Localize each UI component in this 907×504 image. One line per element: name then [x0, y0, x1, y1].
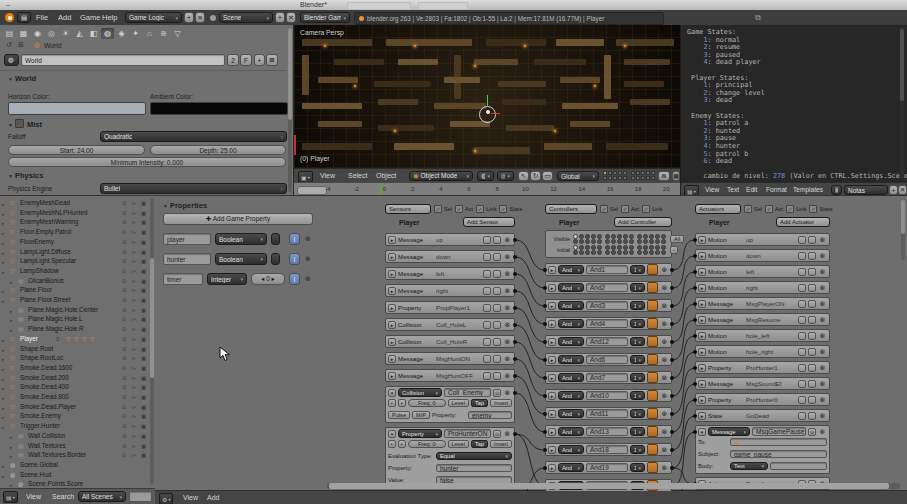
scene-dropdown[interactable]: Scene▾ [219, 12, 273, 23]
mark-state-button[interactable] [647, 336, 658, 347]
state-dot[interactable] [579, 250, 584, 255]
delete-brick-button[interactable]: ⊗ [818, 347, 827, 356]
controller-output-dot[interactable] [670, 322, 674, 326]
delete-brick-button[interactable]: ⊗ [818, 235, 827, 244]
outliner-row[interactable]: ▸▽Plane.Floor⊙▻▣ [0, 285, 148, 295]
sensor-output-dot[interactable] [513, 238, 517, 242]
layer-toggle[interactable] [651, 171, 655, 175]
controller-input-dot[interactable] [543, 358, 547, 362]
selectable-icon[interactable]: ▻ [132, 237, 136, 247]
layer-toggle[interactable] [651, 176, 655, 180]
tab-modifiers[interactable]: ◭ [73, 28, 86, 39]
new-datablock-button[interactable]: + [254, 54, 265, 66]
text-editor[interactable]: Game States: 1: normal 2: resume 3: paus… [680, 25, 907, 182]
layer-toggle[interactable] [631, 171, 635, 175]
controller-output-dot[interactable] [670, 430, 674, 434]
renderable-icon[interactable]: ▣ [141, 217, 146, 227]
renderable-icon[interactable]: ▣ [141, 334, 146, 344]
mark-state-button[interactable] [647, 444, 658, 455]
field-value[interactable]: game_pause [730, 450, 827, 458]
controllers-toggle-link[interactable]: ✓Link [642, 205, 662, 213]
controller-output-dot[interactable] [670, 394, 674, 398]
delete-brick-button[interactable]: ⊗ [503, 252, 512, 261]
sensor-output-dot[interactable] [513, 432, 517, 436]
tap-button[interactable]: Tap [471, 440, 488, 448]
window-duplicate-icon[interactable]: ⧉ [755, 13, 761, 23]
sensor-name-field[interactable]: ProHunterON [444, 429, 491, 438]
outliner-row[interactable]: ▸▤Wall.Textures⊙▻▣ [0, 441, 148, 451]
move-down-button[interactable] [808, 332, 816, 340]
trigger-negative-button[interactable]: ▪ [398, 440, 406, 448]
controller-output-dot[interactable] [670, 376, 674, 380]
controller-type-dropdown[interactable]: And▾ [558, 283, 584, 292]
move-up-button[interactable] [483, 253, 491, 261]
menu-add[interactable]: Add [58, 13, 71, 22]
snap-magnet-button[interactable]: ⋒ [658, 171, 670, 181]
visibility-icon[interactable]: ⊙ [122, 450, 127, 460]
sensor-type-dropdown[interactable]: Property▾ [398, 429, 442, 438]
renderable-icon[interactable]: ▣ [141, 198, 146, 208]
tab-object[interactable]: ◎ [45, 28, 58, 39]
sensor-output-dot[interactable] [513, 289, 517, 293]
state-dot[interactable] [573, 239, 578, 244]
layer-toggle[interactable] [646, 171, 650, 175]
editor-type-button[interactable]: ▤ [17, 12, 31, 23]
collapse-arrow-icon[interactable]: ▸ [698, 380, 706, 388]
trigger-positive-button[interactable]: ▪ [388, 440, 396, 448]
renderable-icon[interactable]: ▣ [141, 411, 146, 421]
outliner-row[interactable]: ▸▽FloorEnemy⊙▻▣ [0, 237, 148, 247]
layer-toggle[interactable] [636, 171, 640, 175]
move-down-button[interactable] [493, 236, 501, 244]
renderable-icon[interactable]: ▣ [141, 382, 146, 392]
mist-intensity-slider[interactable]: Minimum Intensity: 0.000 [8, 157, 286, 167]
all-states-button[interactable]: All [670, 235, 684, 243]
renderable-icon[interactable]: ▣ [141, 392, 146, 402]
actuator-input-dot[interactable] [693, 286, 697, 290]
selectable-icon[interactable]: ▻ [132, 382, 136, 392]
move-down-button[interactable] [493, 304, 501, 312]
outliner-row[interactable]: ▸▽Smoke.Dead.400⊙▻▣ [0, 382, 148, 392]
actuator-input-dot[interactable] [693, 238, 697, 242]
delete-brick-button[interactable]: ⊗ [818, 395, 827, 404]
renderable-icon[interactable]: ▣ [141, 421, 146, 431]
collapse-arrow-icon[interactable]: ▸ [698, 252, 706, 260]
viewport-3d[interactable]: Camera Persp (0) Player [293, 25, 681, 168]
visibility-icon[interactable]: ⊙ [122, 266, 127, 276]
controller-type-dropdown[interactable]: And▾ [558, 445, 584, 454]
state-dot[interactable] [579, 239, 584, 244]
delete-property-button[interactable]: ⊗ [303, 273, 313, 285]
outliner-row[interactable]: ▸▽Smoke.Dead.800⊙▻▣ [0, 392, 148, 402]
delete-brick-button[interactable]: ⊗ [660, 265, 669, 274]
visibility-icon[interactable]: ⊙ [122, 441, 127, 451]
logic-editor-type-button[interactable]: ⚙▾ [159, 493, 173, 504]
sensors-toggle-state[interactable]: ✓State [499, 205, 522, 213]
actuator-input-dot[interactable] [693, 366, 697, 370]
controller-input-dot[interactable] [543, 412, 547, 416]
actuators-toggle-state[interactable]: ✓State [809, 205, 832, 213]
controller-type-dropdown[interactable]: And▾ [558, 355, 584, 364]
outliner-row[interactable]: ▸▽LampLight.Specular⊙▻▣ [0, 256, 148, 266]
outliner-row[interactable]: ▸▽EnemyMeshNLPHunted⊙▻▣ [0, 208, 148, 218]
game-property-type-dropdown[interactable]: Integer▾ [207, 273, 247, 285]
renderable-icon[interactable]: ▣ [141, 227, 146, 237]
collapse-arrow-icon[interactable]: ▸ [548, 428, 556, 436]
controller-input-dot[interactable] [543, 466, 547, 470]
material-property-button[interactable]: M/P [412, 411, 430, 419]
sensor-output-dot[interactable] [513, 306, 517, 310]
state-dot[interactable] [629, 239, 634, 244]
scale-manipulator-button[interactable]: ▭ [542, 171, 553, 181]
renderable-icon[interactable]: ▣ [141, 237, 146, 247]
physics-engine-dropdown[interactable]: Bullet↕ [100, 183, 287, 194]
text-menu-edit[interactable]: Edit [746, 186, 757, 193]
outliner-row[interactable]: ▸▽Smoke.Dead.Player⊙▻▣ [0, 402, 148, 412]
debug-toggle[interactable] [271, 253, 280, 265]
collapse-arrow-icon[interactable]: ▸ [388, 253, 396, 261]
menu-file[interactable]: File [36, 13, 48, 22]
menu-game[interactable]: Game [80, 13, 100, 22]
delete-brick-button[interactable]: ⊗ [818, 283, 827, 292]
controller-state-dropdown[interactable]: 1▾ [630, 337, 645, 346]
selectable-icon[interactable]: ▻ [132, 411, 136, 421]
actuator-input-dot[interactable] [693, 318, 697, 322]
collapse-arrow-icon[interactable]: ▾ [388, 389, 396, 397]
physics-panel-header[interactable]: ▼Physics [8, 171, 43, 180]
